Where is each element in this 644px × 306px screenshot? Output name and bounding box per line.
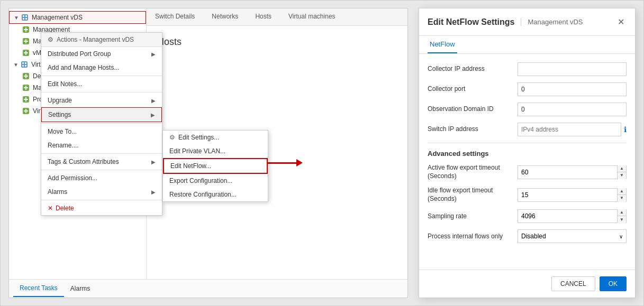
input-active-flow[interactable] [518, 166, 617, 179]
spinner-up-idle[interactable]: ▲ [618, 188, 626, 195]
left-panel: ▼ Management vDS Management [8, 8, 408, 298]
ok-button[interactable]: OK [600, 276, 627, 291]
submenu-arrow-alarms: ▶ [151, 189, 156, 195]
dialog-tabs: NetFlow [419, 36, 635, 54]
cancel-button[interactable]: CANCEL [551, 276, 595, 291]
close-button[interactable]: ✕ [615, 15, 627, 29]
dialog-header: Edit NetFlow Settings Management vDS ✕ [419, 8, 635, 36]
menu-item-add-permission[interactable]: Add Permission... [41, 171, 162, 185]
input-collector-port[interactable] [518, 82, 627, 96]
menu-label-delete: ✕ Delete [48, 205, 74, 212]
form-row-sampling: Sampling rate ▲ ▼ [428, 209, 627, 223]
submenu-item-edit-pvlan[interactable]: Edit Private VLAN... [163, 144, 268, 158]
spinner-up-active[interactable]: ▲ [618, 165, 626, 172]
context-menu-header: ⚙ Actions - Management vDS [41, 33, 162, 47]
submenu-label-edit-pvlan: Edit Private VLAN... [169, 147, 225, 155]
input-obs-domain[interactable] [518, 103, 627, 116]
dialog-footer: CANCEL OK [419, 270, 635, 298]
submenu-item-edit-netflow[interactable]: Edit NetFlow... [163, 158, 268, 174]
menu-item-move-to[interactable]: Move To... [41, 125, 162, 138]
menu-item-alarms[interactable]: Alarms ▶ [41, 185, 162, 199]
menu-label-dist-port-group: Distributed Port Group [48, 50, 111, 58]
tab-virtual-machines[interactable]: Virtual machines [280, 8, 344, 25]
label-obs-domain: Observation Domain ID [428, 105, 512, 114]
menu-item-rename[interactable]: Rename.... [41, 138, 162, 152]
menu-item-tags[interactable]: Tags & Custom Attributes ▶ [41, 155, 162, 169]
spinner-down-idle[interactable]: ▼ [618, 195, 626, 202]
menu-divider-2 [41, 92, 162, 92]
submenu-label-restore-config: Restore Configuration... [169, 191, 237, 198]
dvs-icon [21, 13, 29, 22]
pg-icon-management [22, 25, 30, 34]
spinner-buttons-sampling: ▲ ▼ [617, 209, 626, 223]
chevron-down-icon-vm: ▼ [13, 62, 19, 68]
menu-item-dist-port-group[interactable]: Distributed Port Group ▶ [41, 47, 162, 61]
input-switch-ip[interactable] [518, 123, 621, 136]
menu-item-delete[interactable]: ✕ Delete [41, 201, 162, 215]
menu-label-settings: Settings [48, 111, 71, 118]
menu-label-upgrade: Upgrade [48, 97, 72, 104]
info-icon[interactable]: ℹ [624, 125, 627, 134]
label-switch-ip: Switch IP address [428, 125, 512, 134]
menu-item-edit-notes[interactable]: Edit Notes... [41, 77, 162, 91]
spinner-down-active[interactable]: ▼ [618, 172, 626, 179]
submenu-arrow-dist: ▶ [151, 51, 156, 57]
tab-recent-tasks[interactable]: Recent Tasks [13, 280, 64, 297]
dialog-body: Collector IP address Collector port Obse… [419, 54, 635, 270]
menu-item-upgrade[interactable]: Upgrade ▶ [41, 94, 162, 107]
menu-item-add-manage-hosts[interactable]: Add and Manage Hosts... [41, 61, 162, 75]
menu-divider-5 [41, 170, 162, 170]
spinner-down-sampling[interactable]: ▼ [618, 216, 626, 223]
svg-rect-16 [25, 62, 26, 64]
form-row-active-flow: Active flow export timeout(Seconds) ▲ ▼ [428, 164, 627, 180]
submenu-item-export-config[interactable]: Export Configuration... [163, 174, 268, 188]
switch-ip-group: ℹ [518, 123, 627, 136]
arrow-connector [267, 159, 303, 166]
svg-rect-14 [21, 61, 28, 68]
tab-netflow[interactable]: NetFlow [428, 36, 457, 53]
dialog-title-area: Edit NetFlow Settings Management vDS [428, 17, 583, 27]
context-menu: ⚙ Actions - Management vDS Distributed P… [41, 32, 162, 216]
form-row-collector-port: Collector port [428, 82, 627, 96]
spinner-buttons-active: ▲ ▼ [617, 165, 626, 179]
input-idle-flow[interactable] [518, 189, 617, 201]
form-row-process-internal: Process internal flows only Disabled ∨ [428, 229, 627, 243]
select-value-process: Disabled [521, 233, 546, 240]
tab-hosts[interactable]: Hosts [247, 8, 280, 25]
submenu-item-edit-settings[interactable]: ⚙ Edit Settings... [163, 131, 268, 144]
submenu-label-edit-netflow: Edit NetFlow... [170, 162, 211, 170]
pg-icon-dev [22, 72, 30, 80]
hosts-heading: Hosts [157, 36, 397, 48]
dialog-title: Edit NetFlow Settings [428, 17, 514, 27]
spinner-idle-flow: ▲ ▼ [518, 188, 627, 202]
svg-rect-15 [22, 62, 24, 64]
spinner-up-sampling[interactable]: ▲ [618, 209, 626, 216]
select-process-internal[interactable]: Disabled ∨ [518, 229, 627, 243]
outer-container: ▼ Management vDS Management [0, 0, 644, 306]
tab-alarms[interactable]: Alarms [64, 281, 96, 296]
arrow-head [296, 159, 303, 166]
tab-switch-details[interactable]: Switch Details [147, 8, 203, 25]
input-collector-ip[interactable] [518, 62, 627, 76]
label-sampling: Sampling rate [428, 212, 512, 221]
dvs-icon-vm [20, 60, 29, 69]
section-divider [428, 143, 627, 143]
menu-label-move-to: Move To... [48, 128, 77, 135]
form-row-collector-ip: Collector IP address [428, 62, 627, 76]
tree-item-mgmt-vds[interactable]: ▼ Management vDS [9, 11, 146, 24]
input-sampling[interactable] [518, 210, 617, 222]
submenu-item-restore-config[interactable]: Restore Configuration... [163, 188, 268, 201]
actions-icon: ⚙ [48, 36, 53, 43]
menu-label-add-permission: Add Permission... [48, 174, 97, 182]
menu-label-add-manage: Add and Manage Hosts... [48, 64, 119, 71]
label-process-internal: Process internal flows only [428, 233, 512, 241]
tab-bar: Switch Details Networks Hosts Virtual ma… [147, 8, 407, 26]
svg-rect-18 [25, 65, 26, 67]
menu-item-settings[interactable]: Settings ▶ [41, 107, 162, 122]
svg-rect-4 [25, 18, 27, 20]
submenu-arrow-upgrade: ▶ [151, 98, 156, 104]
menu-label-tags: Tags & Custom Attributes [48, 158, 119, 165]
pg-icon-production [22, 95, 30, 104]
tab-networks[interactable]: Networks [203, 8, 247, 25]
svg-rect-17 [22, 65, 24, 67]
